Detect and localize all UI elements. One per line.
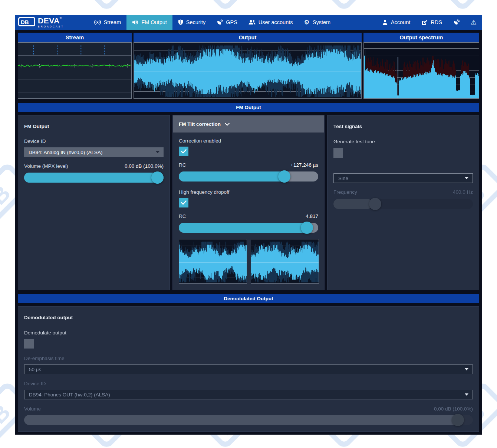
- rc2-label: RC: [179, 213, 186, 219]
- users-icon: [249, 19, 256, 25]
- rc1-slider[interactable]: [179, 171, 318, 182]
- nav-right: Account RDS ⚠: [376, 15, 482, 30]
- volume-label: Volume (MPX level): [24, 163, 68, 169]
- nav-item-label: User accounts: [259, 19, 293, 25]
- deemphasis-label: De-emphasis time: [24, 356, 473, 361]
- demod-volume-value: 0.00 dB (100.0%): [434, 406, 473, 412]
- waveform-value: Sine: [338, 176, 348, 181]
- warning-icon: ⚠: [471, 19, 477, 26]
- test-signals-panel: Test signals Generate test tone Sine Fre…: [327, 115, 479, 290]
- demodulate-output-checkbox[interactable]: [24, 339, 34, 349]
- nav-item-label: System: [313, 19, 330, 25]
- rc1-slider-handle[interactable]: [278, 170, 290, 183]
- volume-slider-fill: [24, 173, 164, 183]
- correction-enabled-label: Correction enabled: [179, 138, 318, 144]
- frequency-value: 400.0 Hz: [453, 189, 473, 195]
- rc2-slider-handle[interactable]: [301, 222, 313, 234]
- speaker-icon: [132, 19, 138, 25]
- stream-chart-canvas: [18, 42, 132, 99]
- shield-icon: [178, 19, 183, 25]
- demod-device-id-value: DB94: Phones OUT (hw:0,2) (ALSA): [29, 392, 110, 398]
- nav-item-label: Account: [391, 19, 410, 25]
- stream-chart-title: Stream: [18, 33, 132, 42]
- rc1-value: +127,246 µs: [290, 162, 318, 168]
- nav-item-gps[interactable]: GPS: [211, 15, 243, 30]
- db-logo-icon: DB: [18, 17, 35, 28]
- navbar: DB DEVA® BROADCAST Stream FM Output: [15, 15, 482, 30]
- nav-item-label: Security: [186, 19, 205, 25]
- demodulated-output-panel: Demodulated output Demodulate output De-…: [18, 306, 479, 432]
- device-id-label: Device ID: [24, 138, 164, 144]
- nav-item-rds[interactable]: RDS: [416, 15, 448, 30]
- nav-item-security[interactable]: Security: [172, 15, 211, 30]
- panel-title: FM Output: [24, 124, 164, 129]
- rc2-slider[interactable]: [179, 223, 318, 233]
- section-bar-demodulated: Demodulated Output: [18, 294, 479, 303]
- charts-row: Stream Output Output spectrum: [18, 33, 479, 99]
- deemphasis-select: 50 µs: [24, 364, 473, 374]
- fm-tilt-correction-panel: FM Tilt correction Correction enabled RC…: [172, 115, 325, 290]
- demodulate-output-label: Demodulate output: [24, 330, 473, 336]
- demod-device-id-select: DB94: Phones OUT (hw:0,2) (ALSA): [24, 390, 473, 399]
- fm-output-panel: FM Output Device ID DB94: Analog IN (hw:…: [18, 115, 170, 290]
- device-id-select[interactable]: DB94: Analog IN (hw:0,0) (ALSA): [24, 147, 164, 157]
- spectrum-chart-title: Output spectrum: [363, 33, 479, 42]
- panel-title: Test signals: [333, 124, 473, 129]
- nav-item-alerts[interactable]: ⚠: [465, 15, 482, 30]
- svg-text:DB: DB: [0, 0, 15, 2]
- output-chart-title: Output: [134, 33, 362, 42]
- tilt-preview-right-canvas: [251, 239, 319, 284]
- fm-tilt-correction-header[interactable]: FM Tilt correction: [173, 115, 324, 133]
- fm-tilt-correction-title: FM Tilt correction: [179, 121, 221, 127]
- chevron-down-icon: [465, 393, 468, 396]
- rc2-value: 4.817: [306, 213, 318, 219]
- spectrum-chart-canvas: [363, 42, 479, 99]
- dropoff-checkbox[interactable]: [179, 198, 188, 207]
- fm-output-panels-row: FM Output Device ID DB94: Analog IN (hw:…: [18, 115, 479, 290]
- rc2-slider-fill: [179, 223, 313, 233]
- brand-name: DEVA®: [38, 17, 64, 24]
- correction-enabled-checkbox[interactable]: [179, 147, 188, 156]
- satellite-dish-icon: [217, 19, 223, 25]
- broadcast-icon: [94, 19, 101, 25]
- nav-item-fm-output[interactable]: FM Output: [126, 15, 172, 30]
- main-content: Stream Output Output spectrum FM Output …: [15, 30, 482, 435]
- frequency-slider-fill: [333, 199, 372, 209]
- stream-chart-panel: Stream: [18, 33, 132, 99]
- app-window: DB DEVA® BROADCAST Stream FM Output: [15, 15, 482, 435]
- rc1-slider-fill: [179, 171, 287, 182]
- person-icon: [382, 19, 388, 25]
- generate-test-tone-label: Generate test tone: [333, 139, 473, 144]
- waveform-select: Sine: [333, 173, 473, 183]
- generate-test-tone-checkbox[interactable]: [333, 148, 343, 158]
- nav-item-satellite[interactable]: [448, 15, 465, 30]
- satellite-dish-icon: [453, 19, 460, 25]
- volume-slider-handle[interactable]: [151, 171, 164, 184]
- nav-main: Stream FM Output Security GPS: [89, 15, 336, 30]
- deemphasis-value: 50 µs: [29, 367, 41, 372]
- nav-item-label: Stream: [104, 19, 121, 25]
- dropoff-label: High frequency dropoff: [179, 189, 318, 195]
- demod-device-id-label: Device ID: [24, 381, 473, 386]
- nav-item-stream[interactable]: Stream: [89, 15, 127, 30]
- frequency-slider-handle: [369, 198, 381, 210]
- panel-title: Demodulated output: [24, 315, 473, 320]
- edit-icon: [421, 19, 428, 25]
- spectrum-chart-panel: Output spectrum: [363, 33, 479, 99]
- device-id-value: DB94: Analog IN (hw:0,0) (ALSA): [29, 150, 103, 155]
- frequency-label: Frequency: [333, 189, 357, 195]
- volume-value: 0.00 dB (100.0%): [125, 163, 164, 169]
- demod-volume-slider-fill: [24, 415, 464, 425]
- gear-icon: ⚙: [304, 19, 310, 26]
- output-chart-panel: Output: [134, 33, 362, 99]
- chevron-down-icon: [465, 177, 468, 179]
- nav-item-label: FM Output: [141, 19, 167, 25]
- demod-volume-slider-handle: [452, 414, 464, 426]
- nav-item-account[interactable]: Account: [376, 15, 416, 30]
- volume-slider[interactable]: [24, 173, 164, 183]
- nav-item-system[interactable]: ⚙ System: [299, 15, 336, 30]
- nav-item-label: RDS: [431, 19, 442, 25]
- brand-logo[interactable]: DB DEVA® BROADCAST: [15, 15, 68, 30]
- nav-item-user-accounts[interactable]: User accounts: [243, 15, 299, 30]
- brand-subtitle: BROADCAST: [38, 25, 64, 28]
